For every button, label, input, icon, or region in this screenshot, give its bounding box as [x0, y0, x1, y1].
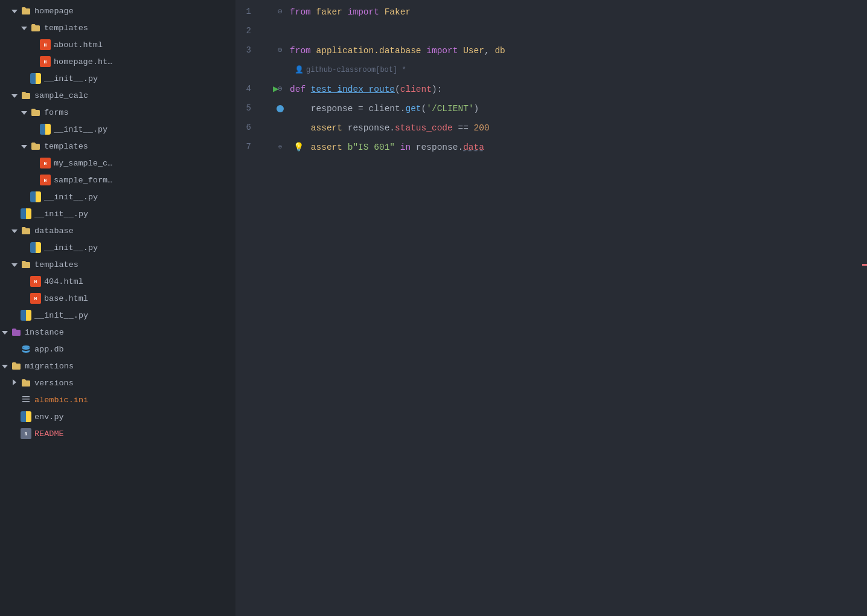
chevron-down-icon — [21, 23, 27, 33]
sidebar-item-homepage[interactable]: homepage — [0, 2, 235, 19]
author-text: github-classroom[bot] * — [306, 60, 406, 80]
code-token: . — [389, 118, 395, 138]
folder-icon — [11, 361, 22, 371]
sidebar-item-init6.py[interactable]: __init__.py — [0, 307, 235, 324]
run-test-icon[interactable]: ▶ — [273, 80, 279, 99]
chevron-down-icon — [11, 226, 18, 236]
code-token: status_code — [395, 118, 453, 138]
sidebar-item-404.html[interactable]: H404.html — [0, 273, 235, 290]
code-token — [342, 2, 348, 22]
sidebar-item-templates3[interactable]: templates — [0, 256, 235, 273]
gutter[interactable] — [270, 105, 290, 112]
line-number: 5 — [240, 99, 256, 118]
sidebar-item-templates[interactable]: templates — [0, 19, 235, 36]
gutter[interactable]: ⊖ — [270, 41, 290, 60]
svg-rect-2 — [22, 399, 30, 400]
author-annotation: 👤 github-classroom[bot] * — [290, 62, 406, 79]
file-label: __init__.py — [44, 193, 98, 202]
code-token: assert — [290, 118, 348, 138]
code-token: , — [484, 41, 494, 60]
sidebar-item-homepage.html[interactable]: Hhomepage.ht… — [0, 53, 235, 70]
chevron-right-icon — [13, 378, 16, 388]
file-label: README — [34, 429, 64, 438]
sidebar-item-init4.py[interactable]: __init__.py — [0, 205, 235, 222]
gutter[interactable]: ⊖ — [270, 2, 290, 22]
code-line-1: ⊖from faker import Faker — [270, 2, 867, 22]
sidebar-item-README[interactable]: RREADME — [0, 425, 235, 442]
file-label: 404.html — [44, 277, 83, 286]
file-label: versions — [34, 379, 74, 388]
sidebar-item-init1.py[interactable]: __init__.py — [0, 70, 235, 87]
folder-icon — [21, 377, 31, 388]
file-label: base.html — [44, 294, 88, 303]
chevron-down-icon — [11, 91, 18, 100]
folder-icon — [30, 22, 41, 33]
folder-icon — [21, 90, 31, 101]
sidebar-item-app.db[interactable]: app.db — [0, 341, 235, 358]
sidebar-item-env.py[interactable]: env.py — [0, 408, 235, 425]
file-label: __init__.py — [44, 74, 98, 83]
python-file-icon — [21, 208, 31, 219]
file-label: migrations — [25, 362, 74, 371]
sidebar-item-init2.py[interactable]: __init__.py — [0, 121, 235, 138]
code-area[interactable]: ⊖from faker import Faker⊖from applicatio… — [266, 2, 867, 616]
html-file-icon: H — [40, 39, 51, 50]
code-token — [379, 2, 385, 22]
file-label: __init__.py — [34, 311, 88, 320]
sidebar-item-instance[interactable]: instance — [0, 324, 235, 341]
line-number: 7 — [240, 138, 256, 157]
file-label: alembic.ini — [34, 396, 88, 405]
file-explorer[interactable]: homepagetemplatesHabout.htmlHhomepage.ht… — [0, 0, 235, 616]
ini-file-icon — [21, 394, 31, 405]
chevron-down-icon — [2, 361, 8, 371]
sidebar-item-sample_calc[interactable]: sample_calc — [0, 87, 235, 104]
fold-icon: ⊖ — [278, 2, 283, 22]
database-file-icon — [21, 344, 31, 355]
sidebar-item-alembic.ini[interactable]: alembic.ini — [0, 391, 235, 408]
folder-icon — [21, 259, 31, 270]
sidebar-item-database[interactable]: database — [0, 222, 235, 239]
author-avatar: 👤 — [295, 66, 303, 74]
code-token: ) — [474, 99, 479, 118]
code-line-5: response = client.get('/CLIENT') — [270, 99, 867, 118]
fold-small-icon: ⊖ — [278, 138, 282, 157]
code-line-6: assert response.status_code == 200 — [270, 118, 867, 138]
line-number: 6 — [240, 118, 256, 138]
code-line-2 — [270, 22, 867, 41]
code-content: def test_index_route(client): — [290, 80, 442, 99]
sidebar-item-about.html[interactable]: Habout.html — [0, 36, 235, 53]
sidebar-item-templates2[interactable]: templates — [0, 138, 235, 155]
sidebar-item-my_sample_c[interactable]: Hmy_sample_c… — [0, 155, 235, 172]
readme-file-icon: R — [21, 428, 31, 439]
file-label: homepage.ht… — [54, 57, 112, 66]
line-numbers: 1234567 — [235, 2, 266, 616]
sidebar-item-versions[interactable]: versions — [0, 374, 235, 391]
html-file-icon: H — [40, 175, 51, 185]
file-label: app.db — [34, 345, 64, 354]
code-token: from — [290, 2, 316, 22]
sidebar-item-init5.py[interactable]: __init__.py — [0, 239, 235, 256]
file-label: instance — [25, 328, 64, 337]
code-editor: 1234567 ⊖from faker import Faker⊖from ap… — [235, 0, 867, 616]
sidebar-item-forms[interactable]: forms — [0, 104, 235, 121]
file-label: templates — [44, 142, 88, 151]
file-label: __init__.py — [34, 210, 88, 219]
sidebar-item-init3.py[interactable]: __init__.py — [0, 188, 235, 205]
code-token: from — [290, 41, 316, 60]
fold-icon: ⊖ — [278, 41, 283, 60]
sidebar-item-base.html[interactable]: Hbase.html — [0, 290, 235, 307]
code-token: b"IS 601" — [348, 138, 395, 157]
breakpoint-icon[interactable] — [277, 105, 284, 112]
code-token — [421, 41, 427, 60]
html-file-icon: H — [30, 293, 41, 304]
code-token: faker — [316, 2, 343, 22]
gutter[interactable]: ⊖ — [270, 138, 290, 157]
code-token: db — [494, 41, 505, 60]
code-line-author: 👤 github-classroom[bot] * — [270, 60, 867, 80]
hint-bulb-icon[interactable]: 💡 — [293, 138, 304, 157]
code-token: User — [463, 41, 484, 60]
sidebar-item-sample_form[interactable]: Hsample_form… — [0, 172, 235, 188]
code-token — [458, 41, 463, 60]
code-token: . — [400, 99, 406, 118]
sidebar-item-migrations[interactable]: migrations — [0, 358, 235, 374]
